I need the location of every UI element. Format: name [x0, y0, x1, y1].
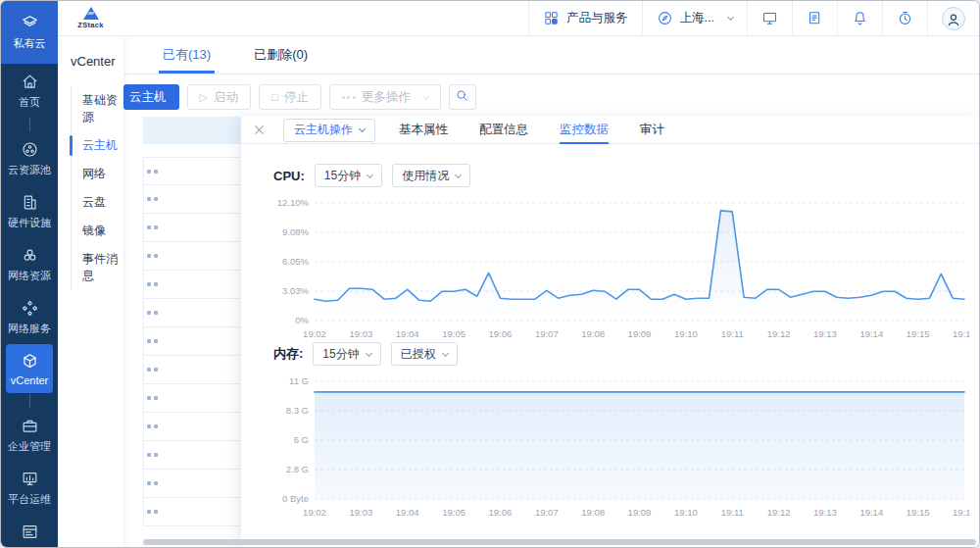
user-menu[interactable]: [927, 1, 979, 35]
sidebar-group-divider: [29, 118, 30, 131]
primary-sidebar-item[interactable]: 首页: [6, 65, 53, 117]
table-row[interactable]: [143, 413, 244, 441]
svg-text:19:06: 19:06: [489, 328, 513, 339]
secondary-sidebar-item-label: 基础资源: [82, 93, 118, 124]
detail-tabs: 基本属性 配置信息 监控数据 审计: [399, 117, 664, 144]
detail-tab[interactable]: 配置信息: [479, 117, 528, 144]
cpu-metric-select[interactable]: 使用情况: [392, 164, 470, 187]
chevron-down-icon: [727, 14, 734, 21]
svg-text:19:04: 19:04: [396, 328, 419, 339]
products-services-menu[interactable]: 产品与服务: [528, 1, 642, 35]
table-row[interactable]: [143, 327, 244, 356]
cpu-range-select[interactable]: 15分钟: [315, 164, 382, 187]
secondary-sidebar-item[interactable]: 事件消息: [72, 245, 123, 290]
svg-text:19:13: 19:13: [813, 328, 837, 339]
region-label: 上海...: [680, 10, 714, 26]
list-tab-label: 已删除(0): [254, 46, 308, 64]
chevron-down-icon: [359, 125, 366, 132]
detail-panel-header: 云主机操作 基本属性 配置信息 监控数据: [241, 117, 979, 144]
svg-text:19:10: 19:10: [674, 507, 698, 518]
monitor-icon: [761, 10, 778, 26]
secondary-sidebar-item[interactable]: 镜像: [72, 217, 123, 245]
primary-sidebar: 私有云 首页 云资源池 硬件设施: [1, 1, 58, 547]
chevron-down-icon: [367, 171, 373, 177]
cpu-section-header: CPU: 15分钟 使用情况: [273, 164, 971, 187]
primary-sidebar-item-label: 云资源池: [8, 163, 51, 177]
secondary-sidebar-item[interactable]: 云主机: [72, 131, 123, 160]
memory-range-select[interactable]: 15分钟: [313, 342, 380, 366]
start-button[interactable]: ▷ 启动: [187, 84, 251, 110]
table-row[interactable]: [143, 185, 244, 214]
history-button[interactable]: [882, 1, 927, 35]
close-icon[interactable]: [253, 124, 266, 136]
memory-metric-select[interactable]: 已授权: [391, 342, 458, 366]
table-row[interactable]: [143, 498, 244, 526]
list-tab[interactable]: 已有(13): [163, 36, 211, 74]
table-row[interactable]: [143, 441, 244, 470]
primary-sidebar-item[interactable]: 云资源池: [6, 132, 53, 184]
region-selector[interactable]: 上海...: [642, 1, 747, 35]
table-row[interactable]: [143, 470, 244, 498]
table-row[interactable]: [143, 242, 244, 271]
svg-text:19:04: 19:04: [396, 507, 419, 518]
svg-text:19:09: 19:09: [628, 507, 652, 518]
table-row[interactable]: [143, 214, 244, 242]
search-button[interactable]: [449, 84, 476, 110]
vm-actions-dropdown[interactable]: 云主机操作: [283, 119, 375, 142]
svg-text:19:16: 19:16: [953, 328, 969, 339]
detail-tab[interactable]: 监控数据: [560, 117, 609, 144]
primary-sidebar-item-label: 网络服务: [8, 322, 51, 336]
svg-text:19:08: 19:08: [581, 507, 605, 518]
documents-button[interactable]: [792, 1, 837, 35]
svg-text:19:05: 19:05: [442, 328, 466, 339]
svg-text:19:15: 19:15: [906, 328, 930, 339]
table-row[interactable]: [143, 299, 244, 327]
list-tab[interactable]: 已删除(0): [254, 36, 308, 74]
notifications-button[interactable]: [837, 1, 882, 35]
svg-text:6 G: 6 G: [294, 434, 309, 445]
grid-icon: [543, 10, 560, 26]
secondary-sidebar-title: vCenter: [71, 54, 123, 69]
primary-sidebar-item[interactable]: 网络服务: [6, 291, 53, 343]
vm-detail-panel: 云主机操作 基本属性 配置信息 监控数据: [241, 117, 979, 547]
stop-button[interactable]: □ 停止: [259, 84, 321, 110]
create-vm-button[interactable]: 云主机: [123, 84, 179, 110]
row-content-sliver: [147, 170, 158, 174]
platform-ops-icon: [21, 470, 39, 488]
row-content-sliver: [147, 311, 158, 315]
table-row[interactable]: [143, 356, 244, 384]
horizontal-scrollbar[interactable]: [143, 539, 976, 545]
sidebar-header-label: 私有云: [14, 36, 46, 51]
secondary-sidebar-item[interactable]: 云盘: [72, 188, 123, 217]
vm-table-header: [143, 117, 244, 144]
secondary-sidebar-item[interactable]: 基础资源: [72, 86, 123, 131]
chevron-down-icon: [422, 92, 429, 99]
primary-sidebar-item[interactable]: vCenter: [6, 344, 53, 393]
primary-sidebar-item-label: 硬件设施: [8, 216, 51, 230]
primary-sidebar-item[interactable]: 硬件设施: [6, 185, 53, 237]
console-button[interactable]: [747, 1, 792, 35]
primary-sidebar-item[interactable]: 网络资源: [6, 238, 53, 290]
secondary-sidebar-item-label: 云主机: [82, 138, 118, 152]
detail-tab[interactable]: 基本属性: [399, 117, 448, 144]
svg-text:19:08: 19:08: [581, 328, 605, 339]
secondary-sidebar-item-label: 网络: [82, 167, 106, 180]
sidebar-header-private-cloud[interactable]: 私有云: [1, 1, 58, 64]
detail-tab[interactable]: 审计: [640, 117, 664, 144]
secondary-sidebar-item[interactable]: 网络: [72, 160, 123, 188]
table-row[interactable]: [143, 271, 244, 299]
primary-sidebar-item[interactable]: 平台运维: [6, 462, 53, 514]
primary-sidebar-item[interactable]: 平台管理: [6, 515, 53, 548]
table-row[interactable]: [143, 157, 244, 185]
primary-sidebar-item[interactable]: 企业管理: [6, 409, 53, 461]
table-row[interactable]: [143, 384, 244, 413]
zstack-logo[interactable]: ZStack: [58, 7, 123, 29]
enterprise-icon: [21, 417, 39, 435]
cloud-pool-icon: [21, 140, 39, 159]
cpu-title: CPU:: [273, 169, 305, 183]
memory-section-header: 内存: 15分钟 已授权: [273, 342, 971, 366]
more-actions-button[interactable]: 更多操作: [329, 84, 441, 110]
primary-sidebar-items: 首页 云资源池 硬件设施 网络资源: [1, 65, 58, 548]
user-avatar: [942, 7, 965, 30]
secondary-sidebar-item-label: 事件消息: [82, 252, 118, 282]
